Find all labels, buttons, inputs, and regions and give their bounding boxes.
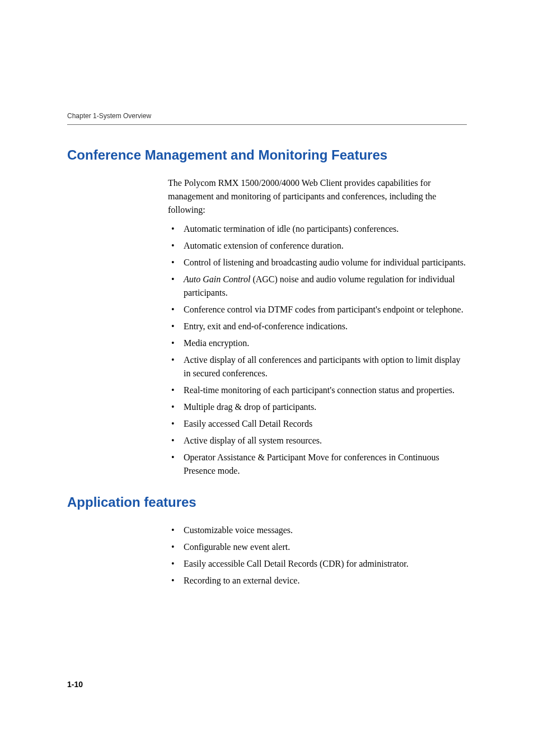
list-item: Conference control via DTMF codes from p… [168,303,467,316]
list-item-text: Control of listening and broadcasting au… [184,258,466,267]
header-divider [67,124,467,125]
list-item-text: Entry, exit and end-of-conference indica… [184,321,348,331]
list-item: Auto Gain Control (AGC) noise and audio … [168,273,467,300]
list-item: Multiple drag & drop of participants. [168,400,467,414]
chapter-header: Chapter 1-System Overview [67,112,467,120]
list-item-text: Easily accessed Call Detail Records [184,419,312,428]
list-item: Media encryption. [168,337,467,350]
list-item: Customizable voice messages. [168,524,467,537]
list-item-italic: Auto Gain Control [184,274,250,284]
list-item-text: Real-time monitoring of each participant… [184,385,455,395]
list-item: Easily accessible Call Detail Records (C… [168,557,467,571]
list-item-text: Operator Assistance & Participant Move f… [184,452,439,475]
bullet-list-conference-mgmt: Automatic termination of idle (no partic… [168,222,467,478]
section-heading-application-features: Application features [67,494,467,510]
list-item: Easily accessed Call Detail Records [168,417,467,431]
list-item: Automatic extension of conference durati… [168,239,467,253]
list-item-text: Automatic extension of conference durati… [184,241,344,250]
list-item-text: Active display of all system resources. [184,436,322,445]
list-item-text: Multiple drag & drop of participants. [184,402,316,412]
list-item: Active display of all conferences and pa… [168,353,467,380]
section-body-application-features: Customizable voice messages. Configurabl… [168,524,467,587]
list-item-text: Configurable new event alert. [184,542,290,552]
list-item-text: Customizable voice messages. [184,525,293,535]
list-item: Entry, exit and end-of-conference indica… [168,320,467,333]
bullet-list-application-features: Customizable voice messages. Configurabl… [168,524,467,587]
list-item-text: Automatic termination of idle (no partic… [184,224,399,234]
list-item: Automatic termination of idle (no partic… [168,222,467,236]
list-item-text: Conference control via DTMF codes from p… [184,305,463,314]
list-item: Active display of all system resources. [168,434,467,447]
section-heading-conference-mgmt: Conference Management and Monitoring Fea… [67,147,467,163]
page-container: Chapter 1-System Overview Conference Man… [0,0,534,756]
list-item: Real-time monitoring of each participant… [168,384,467,397]
list-item-text: Recording to an external device. [184,576,299,585]
list-item-text: Active display of all conferences and pa… [184,355,461,378]
list-item: Configurable new event alert. [168,540,467,554]
list-item: Recording to an external device. [168,574,467,587]
list-item: Control of listening and broadcasting au… [168,256,467,269]
list-item-text: Media encryption. [184,338,249,348]
section-intro-paragraph: The Polycom RMX 1500/2000/4000 Web Clien… [168,176,467,217]
section-body-conference-mgmt: The Polycom RMX 1500/2000/4000 Web Clien… [168,176,467,478]
page-number: 1-10 [67,680,83,689]
list-item: Operator Assistance & Participant Move f… [168,451,467,478]
list-item-text: Easily accessible Call Detail Records (C… [184,559,409,568]
